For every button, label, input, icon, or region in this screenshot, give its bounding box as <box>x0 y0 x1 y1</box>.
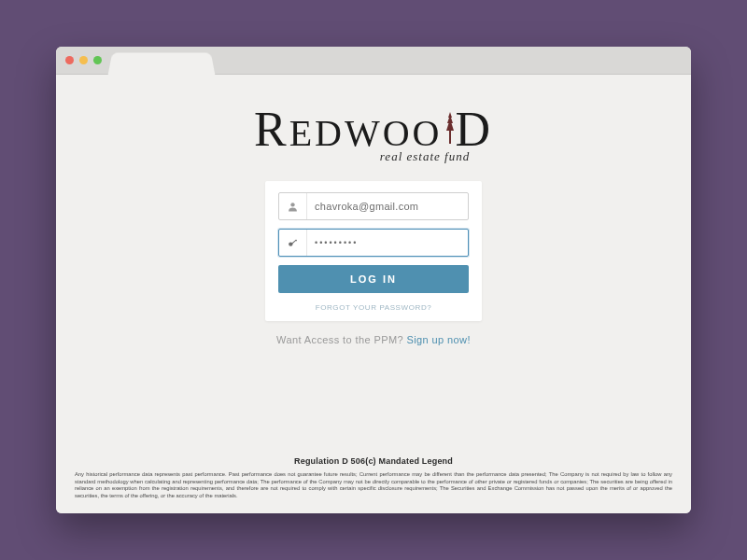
logo-cap-r: R <box>254 110 289 149</box>
signup-prompt-text: Want Access to the PPM? <box>276 334 406 345</box>
logo-mid: EDWOO <box>289 111 443 155</box>
legal-title: Regulation D 506(c) Mandated Legend <box>75 456 672 466</box>
user-icon <box>279 193 307 219</box>
forgot-password-link[interactable]: FORGOT YOUR PASSWORD? <box>278 301 469 312</box>
minimize-window-button[interactable] <box>79 56 88 64</box>
browser-chrome-bar <box>56 47 691 75</box>
signup-prompt-row: Want Access to the PPM? Sign up now! <box>276 334 471 345</box>
legal-footer: Regulation D 506(c) Mandated Legend Any … <box>75 456 672 500</box>
signup-link[interactable]: Sign up now! <box>407 334 471 345</box>
email-input[interactable] <box>307 201 468 212</box>
browser-tab[interactable] <box>108 53 216 76</box>
login-card: LOG IN FORGOT YOUR PASSWORD? <box>265 181 482 321</box>
logo-wordmark: REDWOOD <box>254 110 493 155</box>
email-field-wrapper <box>278 192 469 220</box>
window-controls <box>65 56 102 64</box>
legal-body: Any historical performance data represen… <box>75 471 672 500</box>
page-viewport: REDWOOD real estate fund LOG IN FORGOT Y… <box>56 75 691 513</box>
svg-point-1 <box>289 242 292 245</box>
maximize-window-button[interactable] <box>93 56 102 64</box>
key-icon <box>279 230 307 256</box>
brand-logo: REDWOOD real estate fund <box>254 110 493 164</box>
svg-point-0 <box>290 203 294 206</box>
close-window-button[interactable] <box>65 56 74 64</box>
svg-rect-2 <box>291 240 296 244</box>
password-input[interactable] <box>307 238 468 247</box>
password-field-wrapper <box>278 229 469 257</box>
browser-window: REDWOOD real estate fund LOG IN FORGOT Y… <box>56 47 691 513</box>
login-button[interactable]: LOG IN <box>278 265 469 293</box>
logo-cap-d: D <box>455 110 493 149</box>
